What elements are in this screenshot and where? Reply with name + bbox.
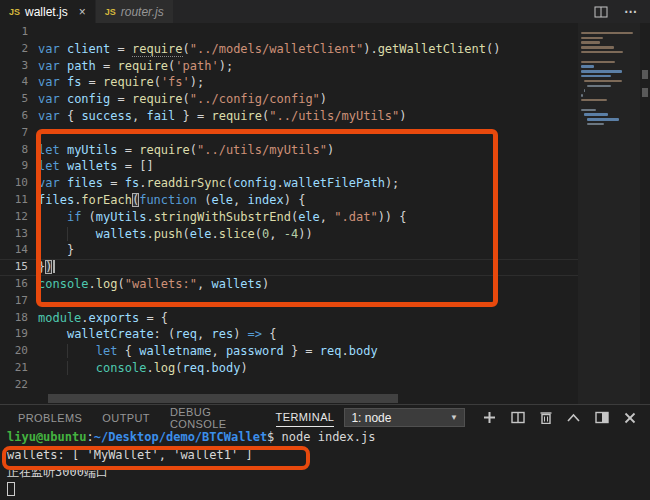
js-icon: JS <box>9 7 20 17</box>
line-number: 5 <box>0 91 38 108</box>
code-line: 6var { success, fail } = require("../uti… <box>0 108 578 125</box>
line-number: 20 <box>0 343 38 360</box>
split-terminal-icon[interactable] <box>511 411 525 424</box>
scrollbar-mark <box>642 70 648 79</box>
code-line: 15}) <box>0 259 578 276</box>
panel-tab-terminal[interactable]: TERMINAL <box>266 405 345 430</box>
code-text: var config = require("../config/config") <box>38 91 327 108</box>
terminal-line <box>7 482 650 500</box>
code-text: }) <box>38 259 55 276</box>
line-number: 16 <box>0 276 38 293</box>
minimap-line <box>587 118 619 121</box>
line-number: 19 <box>0 326 38 343</box>
line-number: 8 <box>0 142 38 159</box>
line-number: 15 <box>0 259 38 276</box>
code-line: 22 <box>0 377 578 394</box>
code-line: 19 walletCreate: (req, res) => { <box>0 326 578 343</box>
code-text: var files = fs.readdirSync(config.wallet… <box>38 175 399 192</box>
code-line: 1 <box>0 24 578 41</box>
code-editor[interactable]: 12var client = require("../models/wallet… <box>0 23 578 404</box>
scrollbar-mark <box>642 88 648 97</box>
line-number: 1 <box>0 24 38 41</box>
panel-actions <box>465 411 650 424</box>
terminal-select[interactable]: 1: node ▼ <box>344 408 465 427</box>
minimap-line <box>581 65 594 68</box>
panel-tab-row: PROBLEMSOUTPUTDEBUG CONSOLETERMINAL 1: n… <box>0 405 650 430</box>
code-line: 9let wallets = [] <box>0 158 578 175</box>
minimap-line <box>581 75 611 78</box>
minimap-line <box>581 70 622 73</box>
code-line: 13 wallets.push(ele.slice(0, -4)) <box>0 226 578 243</box>
code-text: wallets.push(ele.slice(0, -4)) <box>38 226 313 243</box>
panel-tab-label: PROBLEMS <box>18 412 82 424</box>
close-panel-icon[interactable] <box>624 412 636 424</box>
split-editor-icon[interactable] <box>594 5 608 19</box>
terminal-line: wallets: [ 'MyWallet', 'wallet1' ] <box>7 447 650 465</box>
code-line: 3var path = require('path'); <box>0 58 578 75</box>
line-number: 17 <box>0 293 38 310</box>
line-number: 18 <box>0 310 38 327</box>
code-line: 16console.log("wallets:", wallets) <box>0 276 578 293</box>
line-number: 6 <box>0 108 38 125</box>
js-icon: JS <box>105 7 116 17</box>
code-line: 4var fs = require('fs'); <box>0 74 578 91</box>
line-number: 4 <box>0 74 38 91</box>
code-line: 21 console.log(req.body) <box>0 360 578 377</box>
code-line: 20 let { walletname, password } = req.bo… <box>0 343 578 360</box>
code-text: var fs = require('fs'); <box>38 74 204 91</box>
minimap-line <box>584 113 608 116</box>
line-number: 21 <box>0 360 38 377</box>
minimap-line <box>581 41 600 44</box>
code-line: 11files.forEach(function (ele, index) { <box>0 192 578 209</box>
line-number: 22 <box>0 377 38 394</box>
terminal-select-value: 1: node <box>351 411 391 425</box>
minimap-line <box>581 61 615 64</box>
minimap-line <box>581 37 603 40</box>
kill-terminal-icon[interactable] <box>540 411 552 424</box>
tab-wallet-js[interactable]: JS wallet.js × <box>0 0 95 23</box>
minimap[interactable] <box>578 23 640 404</box>
line-number: 13 <box>0 226 38 243</box>
panel-tab-problems[interactable]: PROBLEMS <box>8 405 92 430</box>
line-number: 10 <box>0 175 38 192</box>
line-number: 14 <box>0 242 38 259</box>
code-line: 12 if (myUtils.stringWithSubstrEnd(ele, … <box>0 209 578 226</box>
tab-label: wallet.js <box>25 5 68 19</box>
move-panel-icon[interactable] <box>595 411 609 424</box>
code-text: console.log(req.body) <box>38 360 248 377</box>
code-text: let { walletname, password } = req.body <box>38 343 378 360</box>
minimap-line <box>584 89 585 92</box>
minimap-line <box>581 94 583 97</box>
minimap-line <box>581 32 633 35</box>
new-terminal-icon[interactable] <box>483 411 496 424</box>
close-icon[interactable]: × <box>79 5 86 19</box>
terminal-line: 正在监听3000端口 <box>7 464 650 482</box>
tab-router-js[interactable]: JS router.js <box>96 0 173 23</box>
code-text: var { success, fail } = require("../util… <box>38 108 407 125</box>
code-line: 2var client = require("../models/walletC… <box>0 41 578 58</box>
panel-tab-label: DEBUG CONSOLE <box>170 406 256 430</box>
code-text: if (myUtils.stringWithSubstrEnd(ele, ".d… <box>38 209 407 226</box>
code-line: 14 } <box>0 242 578 259</box>
code-line: 8let myUtils = require("../utils/myUtils… <box>0 142 578 159</box>
text-cursor <box>53 260 55 273</box>
code-text: let myUtils = require("../utils/myUtils"… <box>38 142 334 159</box>
panel-tab-debug-console[interactable]: DEBUG CONSOLE <box>160 405 266 430</box>
panel-tab-output[interactable]: OUTPUT <box>92 405 160 430</box>
more-actions-icon[interactable]: ⋯ <box>624 4 638 19</box>
maximize-panel-icon[interactable] <box>567 413 580 422</box>
line-number: 9 <box>0 158 38 175</box>
tab-label: router.js <box>121 5 164 19</box>
minimap-line <box>581 51 623 54</box>
terminal-output[interactable]: liyu@ubuntu:~/Desktop/demo/BTCWallet$ no… <box>0 429 650 500</box>
code-text: var client = require("../models/walletCl… <box>38 41 500 58</box>
minimap-line <box>581 109 596 112</box>
code-line: 18module.exports = { <box>0 310 578 327</box>
line-number: 12 <box>0 209 38 226</box>
horizontal-scrollbar[interactable] <box>48 394 398 403</box>
code-text: var path = require('path'); <box>38 58 233 75</box>
minimap-line <box>581 99 607 102</box>
minimap-line <box>587 123 604 126</box>
vertical-scrollbar[interactable] <box>640 23 650 404</box>
panel-tab-label: OUTPUT <box>102 412 150 424</box>
